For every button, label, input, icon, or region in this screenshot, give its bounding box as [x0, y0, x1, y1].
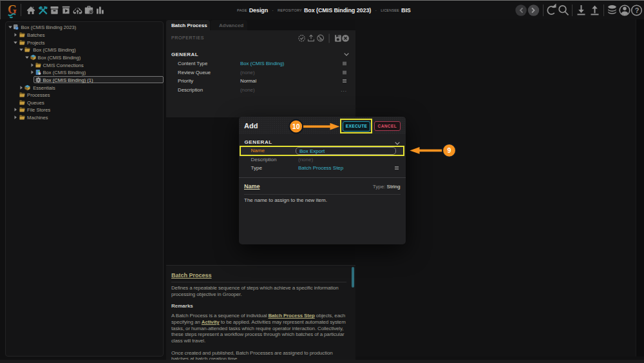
svg-text:?: ? — [635, 6, 639, 14]
